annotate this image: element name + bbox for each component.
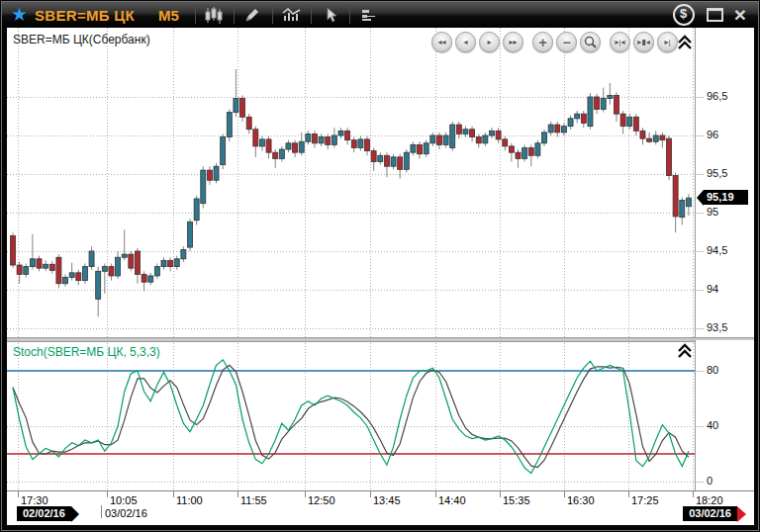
price-tick-label: 96 bbox=[707, 129, 718, 140]
cursor-mode-icon[interactable] bbox=[318, 5, 343, 25]
draw-pencil-icon[interactable] bbox=[240, 5, 266, 25]
time-tick bbox=[173, 491, 174, 497]
date-label: 03/02/16 bbox=[105, 507, 147, 519]
price-axis[interactable]: 95,19 96,59695,59594,59493,5 bbox=[695, 28, 754, 337]
scroll-left-button[interactable]: ◂ bbox=[455, 32, 476, 52]
go-to-last-button[interactable]: ▸| bbox=[657, 32, 678, 52]
time-label: 17:30 bbox=[21, 494, 48, 506]
time-tick bbox=[500, 491, 501, 497]
time-axis[interactable]: 02/02/16 03/02/16 03/02/16 17:3010:0511:… bbox=[7, 490, 754, 525]
toolbar-separator bbox=[195, 6, 196, 24]
time-label: 14:40 bbox=[438, 494, 466, 506]
chart-nav-toolbar: ◂◂◂▸▸▸+−▸|◂▸▮◂▸| bbox=[431, 32, 678, 52]
stoch-tick-label: 40 bbox=[707, 419, 718, 431]
trading-terminal-window: { "titlebar": { "favorite_star": "★", "t… bbox=[0, 0, 760, 532]
time-label: 17:25 bbox=[631, 494, 659, 506]
price-tick-label: 95 bbox=[707, 206, 718, 218]
toolbar-separator bbox=[349, 6, 350, 24]
instrument-chart-label: SBER=МБ ЦК(Сбербанк) bbox=[13, 33, 150, 46]
time-label: 16:30 bbox=[567, 494, 595, 506]
price-tick-label: 94,5 bbox=[707, 244, 727, 256]
stoch-tick-label: 0 bbox=[707, 475, 712, 487]
stochastic-label: Stoch(SBER=МБ ЦК, 5,3,3) bbox=[13, 345, 160, 359]
candlestick-panel[interactable]: SBER=МБ ЦК(Сбербанк) ◂◂◂▸▸▸+−▸|◂▸▮◂▸| bbox=[7, 28, 695, 337]
chart-area: SBER=МБ ЦК(Сбербанк) ◂◂◂▸▸▸+−▸|◂▸▮◂▸| St… bbox=[7, 28, 754, 524]
money-mode-icon[interactable]: $ bbox=[673, 4, 695, 26]
date-tick bbox=[101, 505, 102, 518]
zoom-select-button[interactable] bbox=[580, 32, 601, 52]
time-label: 12:50 bbox=[308, 494, 335, 506]
timeframe-label: М5 bbox=[158, 7, 179, 24]
time-tick bbox=[305, 491, 306, 497]
chart-type-candles-icon[interactable] bbox=[202, 5, 228, 25]
time-label: 15:35 bbox=[503, 494, 530, 506]
time-label: 18:20 bbox=[696, 494, 723, 506]
price-tick-label: 94 bbox=[707, 283, 718, 295]
price-tick-label: 93,5 bbox=[707, 321, 727, 333]
time-tick bbox=[370, 491, 371, 497]
time-label: 11:00 bbox=[176, 494, 203, 506]
last-price-badge: 95,19 bbox=[704, 190, 748, 205]
levels-icon[interactable] bbox=[356, 5, 382, 25]
zoom-in-button[interactable]: + bbox=[532, 32, 553, 52]
time-tick bbox=[693, 491, 694, 497]
toolbar-separator bbox=[311, 6, 312, 24]
date-badge-end: 03/02/16 bbox=[683, 506, 737, 521]
time-tick bbox=[564, 491, 565, 497]
time-label: 10:05 bbox=[110, 494, 138, 506]
price-tick-label: 96,5 bbox=[707, 90, 727, 102]
time-tick bbox=[238, 491, 238, 497]
titlebar-right-controls: $ × bbox=[673, 4, 746, 26]
collapse-main-panel-icon[interactable] bbox=[676, 35, 694, 50]
zoom-out-button[interactable]: − bbox=[556, 32, 577, 52]
price-tick-label: 95,5 bbox=[707, 167, 727, 179]
instrument-title: SBER=МБ ЦК bbox=[35, 7, 135, 24]
candlestick-plot[interactable] bbox=[7, 28, 695, 337]
restore-window-icon[interactable] bbox=[707, 8, 723, 22]
toolbar-separator bbox=[272, 6, 273, 24]
time-label: 13:45 bbox=[373, 494, 401, 506]
stoch-tick-label: 80 bbox=[707, 364, 718, 376]
date-badge-start: 02/02/16 bbox=[17, 506, 71, 521]
stochastic-axis[interactable]: 80400 bbox=[695, 340, 754, 490]
add-indicator-icon[interactable] bbox=[279, 5, 305, 25]
scroll-right-button[interactable]: ▸ bbox=[479, 32, 500, 52]
toolbar-separator bbox=[234, 6, 235, 24]
scroll-start-button[interactable]: ◂◂ bbox=[431, 32, 452, 52]
collapse-stoch-panel-icon[interactable] bbox=[676, 343, 694, 359]
close-icon[interactable]: × bbox=[734, 6, 746, 24]
time-tick bbox=[107, 491, 108, 497]
compress-scale-button[interactable]: ▸|◂ bbox=[610, 32, 630, 52]
time-label: 11:55 bbox=[240, 494, 267, 506]
time-tick bbox=[435, 491, 436, 497]
time-tick bbox=[18, 491, 19, 497]
favorite-star-icon[interactable]: ★ bbox=[11, 3, 28, 26]
scroll-end-button[interactable]: ▸▸ bbox=[503, 32, 523, 52]
stochastic-plot[interactable] bbox=[7, 340, 695, 490]
bar-width-button[interactable]: ▸▮◂ bbox=[633, 32, 654, 52]
titlebar-toolbar bbox=[189, 5, 382, 25]
time-tick bbox=[628, 491, 629, 497]
stochastic-panel[interactable]: Stoch(SBER=МБ ЦК, 5,3,3) bbox=[7, 340, 695, 490]
titlebar[interactable]: ★ SBER=МБ ЦК М5 $ × bbox=[2, 2, 758, 28]
